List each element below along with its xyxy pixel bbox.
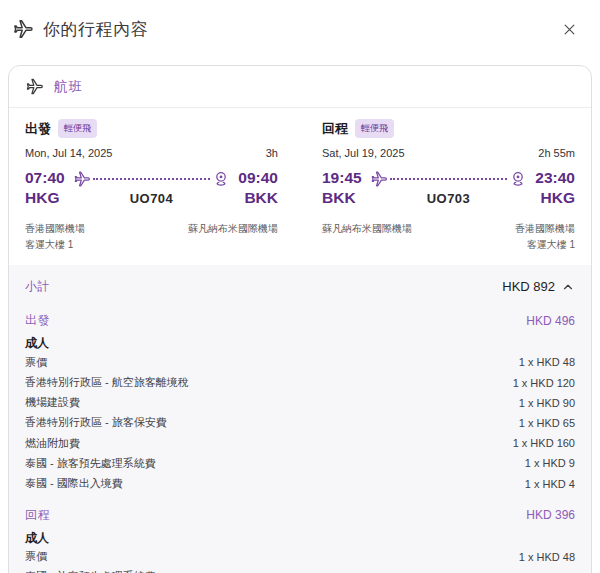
fee-row: 泰國 - 旅客預先處理系統費 1 x HKD 9 (25, 567, 575, 573)
price-breakdown: 小計 HKD 892 出發 HKD 496 成人 票價 1 x HKD 48 香… (9, 265, 591, 573)
departure-time-code: 07:40 HKG (25, 168, 65, 208)
fee-label: 泰國 - 旅客預先處理系統費 (25, 569, 156, 573)
flight-number: UO704 (73, 191, 231, 206)
arrival-airport: 蘇凡納布米國際機場 (188, 221, 278, 252)
section-total: HKD 396 (526, 508, 575, 522)
arrival-time-code: 09:40 BKK (238, 168, 278, 208)
fee-row: 票價 1 x HKD 48 (25, 352, 575, 372)
flight-duration: 2h 55m (538, 147, 575, 159)
fee-value: 1 x HKD 90 (519, 397, 575, 409)
fee-label: 票價 (25, 549, 47, 564)
passenger-type-label: 成人 (25, 335, 575, 352)
fee-label: 票價 (25, 355, 47, 370)
fee-value: 1 x HKD 120 (513, 377, 575, 389)
fee-label: 香港特別行政區 - 旅客保安費 (25, 415, 167, 430)
fee-label: 燃油附加費 (25, 436, 80, 451)
fee-row: 香港特別行政區 - 旅客保安費 1 x HKD 65 (25, 413, 575, 433)
route-dotted-line (93, 178, 211, 180)
section-total: HKD 496 (526, 314, 575, 328)
arrival-time-code: 23:40 HKG (535, 168, 575, 208)
arrival-airport: 香港國際機場 客運大樓 1 (515, 221, 575, 252)
flight-leg-outbound: 出發 輕便飛 Mon, Jul 14, 2025 3h 07:40 HKG (25, 117, 278, 252)
page-title: 你的行程內容 (43, 18, 148, 41)
section-label: 出發 (25, 312, 50, 329)
fee-value: 1 x HKD 65 (519, 417, 575, 429)
fee-row: 票價 1 x HKD 48 (25, 547, 575, 567)
breakdown-section-outbound: 出發 HKD 496 (25, 312, 575, 329)
fee-label: 香港特別行政區 - 航空旅客離境稅 (25, 375, 189, 390)
subtotal-value: HKD 892 (502, 279, 555, 294)
flight-card: 航班 出發 輕便飛 Mon, Jul 14, 2025 3h 07:40 HKG (8, 65, 592, 573)
fee-label: 泰國 - 國際出入境費 (25, 476, 123, 491)
flight-section-title: 航班 (54, 78, 83, 96)
route-dotted-line (390, 178, 508, 180)
fee-value: 1 x HKD 4 (525, 478, 575, 490)
plane-icon (12, 18, 34, 40)
chevron-up-icon[interactable] (561, 280, 575, 294)
flight-section-header: 航班 (9, 66, 591, 108)
fee-row: 泰國 - 旅客預先處理系統費 1 x HKD 9 (25, 453, 575, 473)
flight-number: UO703 (370, 191, 528, 206)
fee-value: 1 x HKD 9 (525, 457, 575, 469)
section-label: 回程 (25, 507, 50, 524)
close-icon[interactable] (556, 16, 582, 42)
fee-row: 香港特別行政區 - 航空旅客離境稅 1 x HKD 120 (25, 372, 575, 392)
fee-row: 燃油附加費 1 x HKD 160 (25, 433, 575, 453)
fee-row: 機場建設費 1 x HKD 90 (25, 393, 575, 413)
plane-icon (73, 170, 91, 188)
location-pin-icon (212, 170, 230, 188)
location-pin-icon (509, 170, 527, 188)
fare-badge: 輕便飛 (355, 119, 394, 138)
flight-date: Mon, Jul 14, 2025 (25, 147, 112, 159)
passenger-type-label: 成人 (25, 530, 575, 547)
fee-label: 泰國 - 旅客預先處理系統費 (25, 456, 156, 471)
direction-label: 回程 (322, 120, 348, 138)
flight-leg-return: 回程 輕便飛 Sat, Jul 19, 2025 2h 55m 19:45 BK… (322, 117, 575, 252)
fee-value: 1 x HKD 48 (519, 356, 575, 368)
flight-duration: 3h (266, 147, 278, 159)
departure-airport: 蘇凡納布米國際機場 (322, 221, 412, 252)
breakdown-section-return: 回程 HKD 396 (25, 507, 575, 524)
fee-label: 機場建設費 (25, 395, 80, 410)
plane-icon (25, 77, 44, 96)
departure-time-code: 19:45 BKK (322, 168, 362, 208)
subtotal-row[interactable]: 小計 HKD 892 (25, 276, 575, 299)
subtotal-label: 小計 (25, 278, 50, 295)
fare-badge: 輕便飛 (58, 119, 97, 138)
flight-date: Sat, Jul 19, 2025 (322, 147, 405, 159)
plane-icon (370, 170, 388, 188)
direction-label: 出發 (25, 120, 51, 138)
departure-airport: 香港國際機場 客運大樓 1 (25, 221, 85, 252)
fee-row: 泰國 - 國際出入境費 1 x HKD 4 (25, 473, 575, 493)
fee-value: 1 x HKD 160 (513, 437, 575, 449)
fee-value: 1 x HKD 48 (519, 551, 575, 563)
itinerary-header: 你的行程內容 (0, 0, 600, 42)
